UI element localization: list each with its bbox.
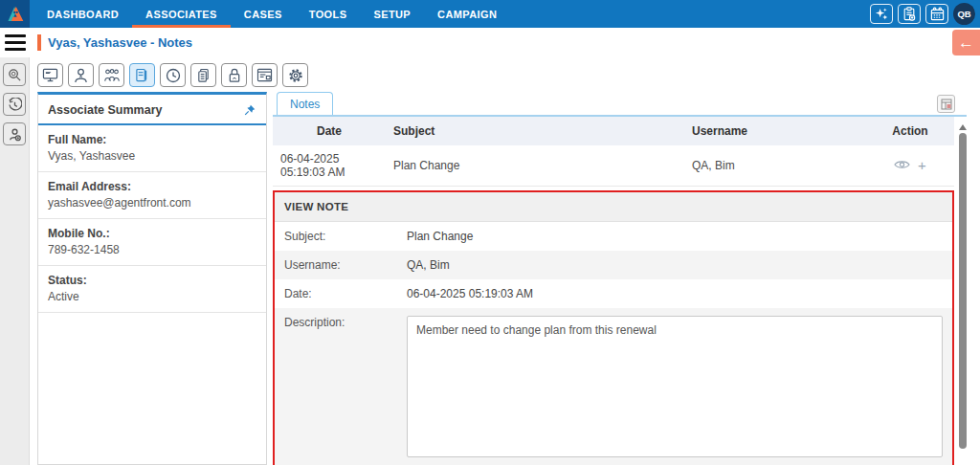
subject-value: Plan Change bbox=[407, 230, 473, 243]
search-button[interactable] bbox=[3, 63, 26, 86]
vertical-scrollbar[interactable] bbox=[958, 122, 967, 465]
field-value: 789-632-1458 bbox=[48, 243, 256, 256]
notes-table: Date Subject Username Action 06-04-2025 … bbox=[273, 117, 954, 187]
subject-label: Subject: bbox=[284, 230, 407, 243]
nav-item-campaign[interactable]: CAMPAIGN bbox=[424, 0, 510, 28]
user-avatar[interactable]: QB bbox=[953, 3, 975, 25]
window-form-icon bbox=[256, 68, 273, 82]
nav-item-cases[interactable]: CASES bbox=[231, 0, 296, 28]
history-clock-icon bbox=[8, 98, 22, 112]
cell-action: + bbox=[866, 145, 954, 187]
copy-documents-icon bbox=[196, 68, 211, 83]
field-label: Full Name: bbox=[48, 133, 256, 146]
back-button[interactable]: ← bbox=[952, 30, 980, 55]
people-group-icon bbox=[103, 68, 121, 82]
date-value: 06-04-2025 05:19:03 AM bbox=[407, 287, 533, 300]
history-button[interactable] bbox=[3, 93, 26, 116]
nav-item-associates[interactable]: ASSOCIATES bbox=[132, 0, 231, 28]
clock-icon bbox=[166, 68, 181, 83]
nav-menu: DASHBOARD ASSOCIATES CASES TOOLS SETUP C… bbox=[33, 0, 510, 28]
breadcrumb-accent-bar bbox=[37, 34, 41, 51]
view-note-subject-row: Subject: Plan Change bbox=[275, 222, 952, 251]
overview-button[interactable] bbox=[37, 63, 63, 87]
view-note-username-row: Username: QA, Bim bbox=[275, 251, 952, 279]
profile-button[interactable] bbox=[68, 63, 94, 87]
person-add-icon bbox=[8, 127, 22, 142]
gear-icon bbox=[288, 68, 303, 83]
date-label: Date: bbox=[284, 287, 407, 300]
app-logo[interactable] bbox=[0, 0, 30, 28]
notes-button[interactable] bbox=[129, 63, 155, 87]
nav-item-dashboard[interactable]: DASHBOARD bbox=[33, 0, 132, 28]
tab-notes[interactable]: Notes bbox=[277, 92, 333, 115]
contacts-button[interactable] bbox=[99, 63, 124, 87]
view-note-button[interactable] bbox=[894, 159, 910, 170]
grid-options-button[interactable] bbox=[937, 95, 955, 113]
description-textarea[interactable]: Member need to change plan from this ren… bbox=[407, 316, 943, 457]
field-label: Status: bbox=[48, 274, 256, 287]
scrollbar-thumb[interactable] bbox=[959, 133, 967, 449]
cell-date: 06-04-2025 05:19:03 AM bbox=[273, 145, 386, 187]
activities-button[interactable] bbox=[160, 63, 186, 87]
documents-button[interactable] bbox=[190, 63, 216, 87]
clipboard-plus-icon bbox=[902, 7, 916, 21]
view-note-description-row: Description: Member need to change plan … bbox=[275, 308, 952, 465]
summary-header: Associate Summary bbox=[38, 95, 266, 125]
nav-item-tools[interactable]: TOOLS bbox=[296, 0, 361, 28]
cell-username: QA, Bim bbox=[684, 145, 866, 187]
security-button[interactable] bbox=[221, 63, 247, 87]
field-value: Active bbox=[48, 290, 256, 303]
associate-toolbar bbox=[30, 57, 980, 92]
person-icon bbox=[74, 68, 88, 83]
cell-subject: Plan Change bbox=[386, 145, 684, 187]
summary-field-full-name: Full Name: Vyas, Yashasvee bbox=[38, 125, 266, 172]
calendar-button[interactable] bbox=[925, 4, 948, 24]
column-header-username[interactable]: Username bbox=[684, 117, 866, 145]
logo-icon bbox=[6, 5, 25, 23]
content-area: Associate Summary Full Name: Vyas, Yasha… bbox=[0, 57, 980, 465]
username-label: Username: bbox=[284, 258, 407, 272]
column-header-action: Action bbox=[866, 117, 954, 145]
sparkles-button[interactable] bbox=[870, 4, 893, 24]
view-note-date-row: Date: 06-04-2025 05:19:03 AM bbox=[275, 279, 952, 308]
eye-icon bbox=[894, 159, 910, 170]
calendar-icon bbox=[930, 7, 945, 21]
description-label: Description: bbox=[284, 316, 407, 329]
settings-button[interactable] bbox=[282, 63, 308, 87]
add-associate-button[interactable] bbox=[3, 122, 26, 145]
summary-field-email: Email Address: yashasvee@agentfront.com bbox=[38, 172, 266, 219]
add-note-button[interactable] bbox=[898, 4, 921, 24]
pin-icon bbox=[243, 103, 256, 117]
forms-button[interactable] bbox=[252, 63, 278, 87]
summary-title: Associate Summary bbox=[48, 103, 163, 117]
monitor-icon bbox=[42, 68, 58, 82]
add-note-row-button[interactable]: + bbox=[918, 158, 926, 172]
field-label: Email Address: bbox=[48, 180, 256, 193]
lock-icon bbox=[228, 68, 241, 83]
table-header-row: Date Subject Username Action bbox=[273, 117, 954, 145]
note-pen-icon bbox=[135, 68, 149, 83]
field-label: Mobile No.: bbox=[48, 227, 256, 240]
username-value: QA, Bim bbox=[407, 258, 450, 272]
summary-field-status: Status: Active bbox=[38, 266, 266, 313]
search-icon bbox=[8, 68, 22, 82]
tab-row: Notes bbox=[273, 92, 967, 117]
breadcrumb-bar: Vyas, Yashasvee - Notes ← bbox=[0, 28, 980, 57]
column-header-subject[interactable]: Subject bbox=[386, 117, 684, 145]
summary-field-mobile: Mobile No.: 789-632-1458 bbox=[38, 219, 266, 266]
field-value: Vyas, Yashasvee bbox=[48, 149, 256, 163]
scrollbar-up-arrow[interactable] bbox=[959, 124, 967, 130]
nav-right-actions: QB bbox=[870, 0, 980, 28]
column-header-date[interactable]: Date bbox=[273, 117, 386, 145]
main-area: Associate Summary Full Name: Vyas, Yasha… bbox=[30, 57, 980, 465]
pin-button[interactable] bbox=[243, 103, 256, 117]
table-row[interactable]: 06-04-2025 05:19:03 AM Plan Change QA, B… bbox=[273, 145, 954, 187]
hamburger-menu-button[interactable] bbox=[0, 34, 30, 51]
nav-item-setup[interactable]: SETUP bbox=[360, 0, 424, 28]
field-value: yashasvee@agentfront.com bbox=[48, 196, 256, 210]
sparkles-icon bbox=[875, 7, 889, 21]
view-note-title: VIEW NOTE bbox=[275, 192, 952, 222]
page-title: Vyas, Yashasvee - Notes bbox=[48, 35, 192, 50]
view-note-section: VIEW NOTE Subject: Plan Change Username:… bbox=[273, 190, 954, 465]
panels-row: Associate Summary Full Name: Vyas, Yasha… bbox=[30, 92, 980, 465]
